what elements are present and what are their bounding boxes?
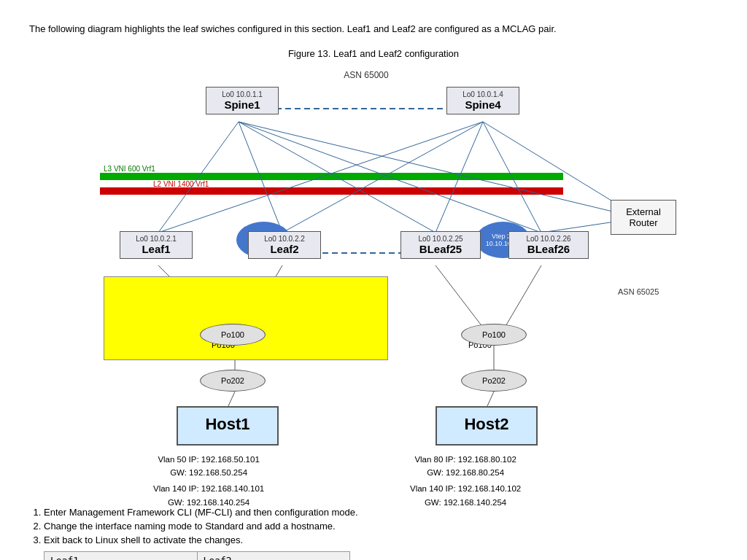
figure-title: Figure 13. Leaf1 and Leaf2 configuration — [29, 48, 718, 59]
diagram-container: ASN 65000 — [31, 65, 716, 495]
external-router-box: ExternalRouter — [611, 200, 676, 235]
step-3: Exit back to Linux shell to activate the… — [44, 534, 718, 545]
vlan-right-1b: GW: 192.168.80.254 — [410, 466, 521, 479]
po202-host1-line — [228, 392, 235, 408]
asn-top-label: ASN 65000 — [344, 70, 389, 80]
spine1-name: Spine1 — [212, 98, 272, 111]
bleaf26-lo: Lo0 10.0.2.26 — [515, 235, 582, 243]
bleaf26-po100-line — [505, 265, 541, 327]
intro-text: The following diagram highlights the lea… — [29, 22, 718, 36]
po202-right-text: Po202 — [482, 376, 506, 385]
external-router-label: ExternalRouter — [620, 206, 667, 228]
spine1-box: Lo0 10.0.1.1 Spine1 — [206, 87, 279, 114]
host1-box: Host1 — [177, 406, 279, 446]
po202-right-ellipse: Po202 — [461, 370, 527, 392]
table-header-leaf1: Leaf1 — [44, 551, 198, 560]
bleaf25-name: BLeaf25 — [407, 243, 474, 255]
vlan-right-2: Vlan 140 IP: 192.168.140.102 — [410, 482, 521, 495]
spine4-lo: Lo0 10.0.1.4 — [453, 90, 513, 98]
spine4-name: Spine4 — [453, 98, 513, 111]
leaf2-box: Lo0 10.0.2.2 Leaf2 — [248, 231, 321, 259]
asn-right-label: ASN 65025 — [618, 287, 659, 296]
vlan-left-2: Vlan 140 IP: 192.168.140.101 — [153, 482, 264, 495]
bleaf26-name: BLeaf26 — [515, 243, 582, 255]
leaf2-lo: Lo0 10.0.2.2 — [255, 235, 314, 243]
po202-left-ellipse: Po202 — [200, 370, 266, 392]
spine4-box: Lo0 10.0.1.4 Spine4 — [446, 87, 519, 114]
yellow-region-left — [104, 276, 388, 360]
po100-right-ellipse: Po100 — [461, 324, 527, 346]
vlan-left-1b: GW: 192.168.50.254 — [153, 466, 264, 479]
step-2: Change the interface naming mode to Stan… — [44, 521, 718, 532]
step-1: Enter Management Framework CLI (MF-CLI) … — [44, 507, 718, 518]
vlan-left-1: Vlan 50 IP: 192.168.50.101 — [153, 453, 264, 466]
table-header-leaf2: Leaf2 — [197, 551, 350, 560]
code-table: Leaf1 Leaf2 sonic-cli sonic-cli configur… — [44, 551, 350, 561]
spine1-lo: Lo0 10.0.1.1 — [212, 90, 272, 98]
vlan-right-2b: GW: 192.168.140.254 — [410, 496, 521, 509]
po100-right-text: Po100 — [482, 330, 506, 339]
host1-label: Host1 — [205, 415, 249, 433]
leaf1-name: Leaf1 — [126, 243, 186, 255]
po202-host2-line — [487, 392, 494, 408]
vlan-right-1: Vlan 80 IP: 192.168.80.102 — [410, 453, 521, 466]
ext-spine1-line — [239, 122, 640, 218]
leaf1-lo: Lo0 10.0.2.1 — [126, 235, 186, 243]
vlan-info-left: Vlan 50 IP: 192.168.50.101 GW: 192.168.5… — [153, 453, 264, 510]
leaf2-name: Leaf2 — [255, 243, 314, 255]
po100-left-text: Po100 — [221, 330, 244, 339]
host2-box: Host2 — [436, 406, 538, 446]
l2-vni-bar — [100, 187, 563, 195]
steps-list: Enter Management Framework CLI (MF-CLI) … — [44, 507, 718, 545]
bleaf26-box: Lo0 10.0.2.26 BLeaf26 — [508, 231, 589, 259]
vlan-left-2b: GW: 192.168.140.254 — [153, 496, 264, 509]
po100-left-ellipse: Po100 — [200, 324, 266, 346]
bleaf25-po100-line — [436, 265, 483, 327]
vlan-info-right: Vlan 80 IP: 192.168.80.102 GW: 192.168.8… — [410, 453, 521, 510]
po202-left-text: Po202 — [221, 376, 244, 385]
host2-label: Host2 — [464, 415, 508, 433]
l3-vni-label: L3 VNI 600 Vrf1 — [104, 165, 155, 173]
l2-vni-label: L2 VNI 1400 Vrf1 — [153, 180, 209, 188]
table-section: Leaf1 Leaf2 sonic-cli sonic-cli configur… — [44, 551, 718, 561]
leaf1-box: Lo0 10.0.2.1 Leaf1 — [120, 231, 193, 259]
bleaf25-lo: Lo0 10.0.2.25 — [407, 235, 474, 243]
bleaf25-box: Lo0 10.0.2.25 BLeaf25 — [400, 231, 481, 259]
